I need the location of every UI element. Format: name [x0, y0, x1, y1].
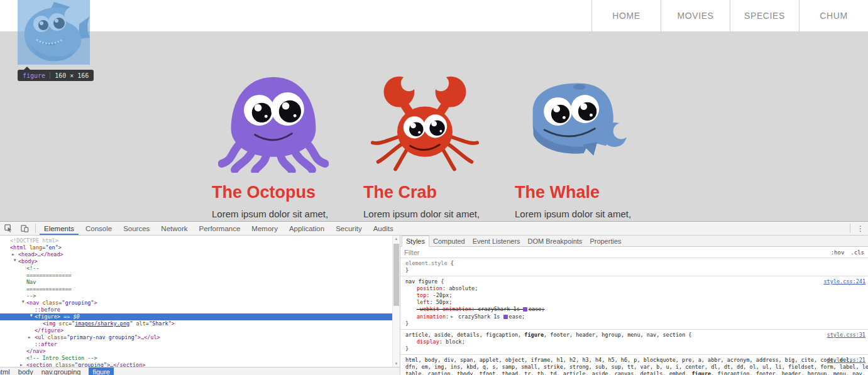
code-token: <!-- Intro Section --> [26, 355, 97, 361]
tree-row[interactable]: ▶<head>…</head> [0, 251, 400, 258]
sidebar-tab-properties[interactable]: Properties [586, 236, 625, 246]
tree-row[interactable]: ::after [0, 341, 400, 348]
expand-arrow-icon[interactable]: ▶ [28, 334, 35, 341]
tree-row[interactable]: <!-- Intro Section --> [0, 355, 400, 362]
devtools-tab-network[interactable]: Network [155, 222, 193, 235]
tree-row[interactable]: Nav [0, 279, 400, 286]
card-text: Lorem ipsum dolor sit amet, consectetur [515, 209, 666, 222]
elements-tree: <!DOCTYPE html><html lang="en">▶<head>…<… [0, 236, 400, 367]
code-token: class [43, 300, 59, 306]
code-token: <body> [18, 258, 38, 264]
scrollbar-thumb[interactable] [393, 244, 399, 306]
code-token: "Shark" [149, 320, 172, 327]
tree-row[interactable]: <img src="images/sharky.png" alt="Shark"… [0, 320, 400, 327]
code-token: ; [449, 292, 452, 298]
hov-toggle[interactable]: :hov [831, 249, 845, 256]
device-toolbar-button[interactable] [16, 222, 33, 235]
sidebar-tab-computed[interactable]: Computed [429, 236, 469, 246]
tree-row[interactable]: <!-- [0, 265, 400, 272]
tree-row[interactable]: </nav> [0, 348, 400, 355]
tree-row[interactable]: ▶<nav class="grouping"> [0, 300, 400, 307]
css-line[interactable]: top: -20px; [405, 292, 865, 299]
tree-row[interactable]: ============== [0, 272, 400, 279]
css-line[interactable]: nav figure { [405, 278, 865, 285]
tree-row[interactable]: ============== [0, 286, 400, 293]
expand-arrow-icon[interactable]: ▶ [28, 315, 35, 321]
code-token: } [405, 267, 409, 273]
crab-image [370, 72, 480, 173]
code-token: ; [522, 313, 525, 320]
expand-arrow-icon[interactable]: ▶ [19, 301, 26, 307]
tree-row[interactable]: ::before [0, 307, 400, 313]
expand-arrow-icon[interactable]: ▶ [20, 362, 26, 367]
bezier-editor-icon[interactable] [503, 315, 508, 319]
tree-row[interactable]: --> [0, 293, 400, 300]
nav-item-species[interactable]: SPECIES [730, 0, 799, 31]
devtools-tab-application[interactable]: Application [283, 222, 330, 235]
inspected-shark-figure[interactable] [18, 0, 90, 65]
tree-row[interactable]: <!DOCTYPE html> [0, 237, 400, 244]
tree-row[interactable]: <html lang="en"> [0, 244, 400, 251]
resource-link[interactable]: images/sharky.png [75, 320, 129, 327]
css-line[interactable]: dfn, em, img, ins, kbd, q, s, samp, smal… [405, 364, 865, 371]
code-token: crazyShark 1s [478, 306, 523, 312]
devtools-tab-security[interactable]: Security [330, 222, 368, 235]
code-token: dfn, em, img, ins, kbd, q, s, samp, smal… [405, 364, 868, 370]
elements-scrollbar[interactable]: ▲ ▼ [392, 236, 400, 367]
devtools-tab-console[interactable]: Console [80, 222, 118, 235]
expand-arrow-icon[interactable]: ▶ [12, 251, 18, 258]
tree-row[interactable]: ▶<section class="grouping">…</section> [0, 362, 400, 367]
tree-row[interactable]: ▶<body> [0, 258, 400, 265]
code-token: display [417, 339, 439, 345]
css-line[interactable]: } [405, 320, 865, 327]
css-line[interactable]: element.style { [405, 260, 865, 267]
nav-item-home[interactable]: HOME [591, 0, 661, 31]
css-declaration-overridden[interactable]: -webkit-animation: crazyShark 1s ease; [405, 306, 865, 313]
sidebar-tab-styles[interactable]: Styles [402, 236, 429, 247]
expand-arrow-icon[interactable]: ▶ [11, 259, 18, 266]
css-line[interactable]: article, aside, details, figcaption, fig… [405, 332, 865, 339]
css-line[interactable]: position: absolute; [405, 285, 865, 292]
nav-item-chum[interactable]: CHUM [799, 0, 868, 31]
pseudo-state-toggles: :hov .cls [831, 249, 864, 256]
css-line[interactable]: left: 50px; [405, 299, 865, 306]
styles-sidebar: StylesComputedEvent ListenersDOM Breakpo… [400, 236, 868, 375]
css-rule: style.css:21html, body, div, span, apple… [400, 355, 868, 375]
cls-toggle[interactable]: .cls [850, 249, 864, 256]
css-line[interactable]: html, body, div, span, applet, object, i… [405, 357, 865, 364]
expand-shorthand-icon[interactable]: ▶ [451, 314, 453, 318]
sidebar-tab-event-listeners[interactable]: Event Listeners [469, 236, 524, 246]
css-line[interactable]: display: block; [405, 339, 865, 345]
devtools-tab-audits[interactable]: Audits [368, 222, 399, 235]
code-token: : [446, 313, 449, 320]
devtools-tab-elements[interactable]: Elements [38, 222, 80, 235]
css-rule: style.css:241nav figure {position: absol… [400, 276, 868, 330]
breadcrumb-item-body[interactable]: body [18, 368, 33, 375]
breadcrumb-item-html[interactable]: html [0, 368, 10, 375]
css-line[interactable]: } [405, 267, 865, 274]
bezier-editor-icon[interactable] [523, 307, 527, 312]
code-token: { [448, 260, 454, 266]
tree-row[interactable]: </figure> [0, 327, 400, 334]
stylesheet-link[interactable]: style.css:241 [823, 278, 865, 285]
code-token: nav figure [405, 278, 437, 285]
styles-filter-input[interactable]: Filter [404, 249, 831, 256]
breadcrumb-item-nav-grouping[interactable]: nav.grouping [41, 368, 81, 375]
tree-row-selected[interactable]: ▶<figure> == $0 [0, 313, 400, 320]
devtools-tab-memory[interactable]: Memory [246, 222, 283, 235]
nav-item-movies[interactable]: MOVIES [661, 0, 730, 31]
inspect-element-button[interactable] [0, 222, 16, 235]
devtools-tab-performance[interactable]: Performance [194, 222, 246, 235]
stylesheet-link[interactable]: style.css:31 [827, 332, 865, 339]
kebab-menu-icon[interactable]: ⋮ [853, 222, 868, 235]
scroll-up-arrow[interactable]: ▲ [393, 236, 400, 241]
breadcrumb-item-figure[interactable]: figure [89, 367, 114, 375]
css-line[interactable]: } [405, 345, 865, 352]
css-line[interactable]: animation:▶ crazyShark 1s ease; [405, 313, 865, 320]
tree-row[interactable]: ▶<ul class="primary-nav grouping">…</ul> [0, 334, 400, 341]
devtools-tab-sources[interactable]: Sources [118, 222, 155, 235]
scroll-down-arrow[interactable]: ▼ [393, 361, 400, 366]
code-token: <img [43, 320, 59, 327]
css-line[interactable]: table, caption, tbody, tfoot, thead, tr,… [405, 371, 865, 375]
sidebar-tab-dom-breakpoints[interactable]: DOM Breakpoints [524, 236, 586, 246]
